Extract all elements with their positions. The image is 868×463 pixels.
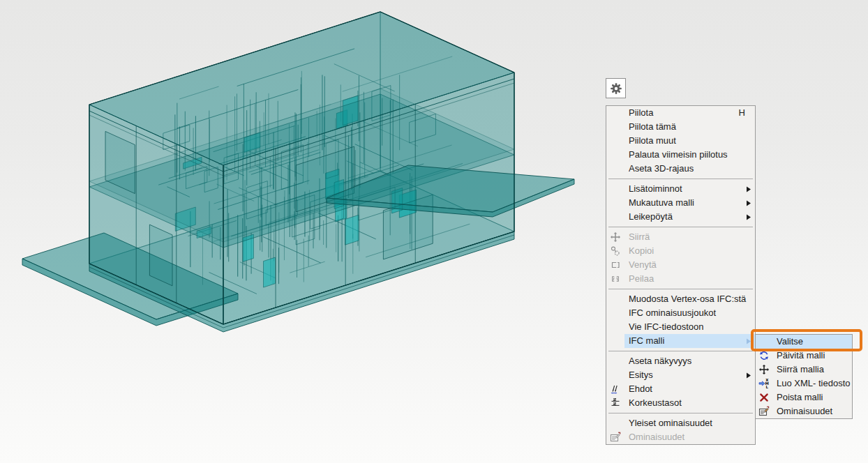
menu-item-ifc-ominaisuusjoukot[interactable]: IFC ominaisuusjoukot — [606, 306, 755, 320]
stretch-icon — [606, 258, 624, 272]
menu-item-muodosta-vertex-osa-ifc-stä[interactable]: Muodosta Vertex-osa IFC:stä — [606, 292, 755, 306]
menu-icon-gutter — [606, 292, 624, 306]
menu-item-korkeustasot[interactable]: Korkeustasot — [606, 396, 755, 410]
menu-item-leikepöytä[interactable]: Leikepöytä — [606, 210, 755, 224]
gear-icon — [610, 82, 622, 95]
delete-icon — [756, 390, 772, 404]
menu-item-ehdot[interactable]: Ehdot — [606, 382, 755, 396]
submenu-arrow-icon — [747, 186, 751, 192]
menu-item-vie-ifc-tiedostoon[interactable]: Vie IFC-tiedostoon — [606, 320, 755, 334]
move-icon — [610, 232, 621, 243]
menu-item-shortcut: H — [739, 106, 755, 120]
menu-item-mukautuva-malli[interactable]: Mukautuva malli — [606, 196, 755, 210]
menu-item-label: Yleiset ominaisuudet — [629, 416, 755, 430]
menu-item-venytä: Venytä — [606, 258, 755, 272]
menu-separator — [606, 410, 755, 416]
menu-item-ifc-malli[interactable]: IFC malli — [606, 334, 755, 348]
menu-item-label: Aseta 3D-rajaus — [629, 162, 755, 176]
menu-item-aseta-3d-rajaus[interactable]: Aseta 3D-rajaus — [606, 162, 755, 176]
menu-item-label: Siirrä mallia — [777, 363, 852, 377]
menu-item-aseta-näkyvyys[interactable]: Aseta näkyvyys — [606, 354, 755, 368]
copy-icon — [610, 245, 621, 257]
menu-item-label: Lisätoiminnot — [629, 182, 747, 196]
conditions-icon — [606, 382, 624, 396]
menu-item-label: Kopioi — [629, 244, 755, 258]
menu-icon-gutter — [606, 334, 624, 348]
menu-item-label: Luo XML- tiedosto — [777, 377, 852, 390]
menu-item-siirrä: Siirrä — [606, 230, 755, 244]
levels-icon — [606, 396, 624, 410]
menu-item-peilaa: Peilaa — [606, 272, 755, 286]
menu-icon-gutter — [606, 196, 624, 210]
menu-icon-gutter — [606, 306, 624, 320]
menu-item-label: Piilota — [629, 106, 739, 120]
menu-icon-gutter — [606, 210, 624, 224]
refresh-icon — [758, 350, 770, 361]
menu-item-label: Venytä — [629, 258, 755, 272]
menu-separator — [606, 286, 755, 292]
xml-icon: X M L — [758, 378, 770, 389]
menu-icon-gutter — [606, 120, 624, 134]
menu-item-piilota-tämä[interactable]: Piilota tämä — [606, 120, 755, 134]
submenu-arrow-icon — [747, 338, 751, 344]
menu-item-esitys[interactable]: Esitys — [606, 368, 755, 382]
context-menu: PiilotaHPiilota tämäPiilota muutPalauta … — [606, 105, 756, 445]
submenu-arrow-icon — [747, 372, 751, 379]
properties-icon — [610, 432, 621, 443]
menu-icon-gutter — [606, 320, 624, 334]
ifc-malli-submenu: Valitse Päivitä malliSiirrä mallia X M L… — [755, 334, 853, 419]
menu-item-yleiset-ominaisuudet[interactable]: Yleiset ominaisuudet — [606, 416, 755, 430]
submenu-item-poista-malli[interactable]: Poista malli — [756, 390, 852, 404]
refresh-icon — [756, 349, 772, 363]
mirror-icon — [606, 272, 624, 286]
conditions-icon — [610, 384, 621, 395]
delete-icon — [758, 392, 770, 403]
menu-item-label: Ominaisuudet — [777, 404, 852, 418]
submenu-item-valitse[interactable]: Valitse — [756, 335, 852, 349]
menu-icon-gutter — [606, 182, 624, 196]
menu-item-palauta-viimeisin-piilotus[interactable]: Palauta viimeisin piilotus — [606, 148, 755, 162]
submenu-arrow — [747, 338, 755, 344]
menu-item-label: Ehdot — [629, 382, 755, 396]
submenu-item-ominaisuudet[interactable]: Ominaisuudet — [756, 404, 852, 418]
menu-item-label: Poista malli — [777, 390, 852, 404]
menu-item-label: Aseta näkyvyys — [629, 354, 755, 368]
menu-item-label: Muodosta Vertex-osa IFC:stä — [629, 292, 755, 306]
menu-item-piilota[interactable]: PiilotaH — [606, 106, 755, 120]
menu-item-lisätoiminnot[interactable]: Lisätoiminnot — [606, 182, 755, 196]
levels-icon — [610, 397, 621, 409]
move-icon — [758, 364, 770, 375]
submenu-arrow — [747, 214, 755, 220]
menu-separator — [606, 224, 755, 230]
menu-item-piilota-muut[interactable]: Piilota muut — [606, 134, 755, 148]
menu-item-label: IFC ominaisuusjoukot — [629, 306, 755, 320]
menu-item-label: IFC malli — [629, 334, 747, 348]
properties-icon — [756, 404, 772, 418]
menu-item-label: Päivitä malli — [777, 349, 852, 363]
menu-item-kopioi: Kopioi — [606, 244, 755, 258]
submenu-item-päivitä-malli[interactable]: Päivitä malli — [756, 349, 852, 363]
submenu-item-luo-xml-tiedosto[interactable]: X M LLuo XML- tiedosto — [756, 377, 852, 390]
copy-icon — [606, 244, 624, 258]
menu-item-label: Piilota tämä — [629, 120, 755, 134]
menu-icon-gutter — [606, 368, 624, 382]
menu-item-label: Esitys — [629, 368, 747, 382]
menu-item-label: Peilaa — [629, 272, 755, 286]
properties-icon — [758, 406, 770, 417]
menu-icon-gutter — [606, 148, 624, 162]
menu-icon-gutter — [606, 354, 624, 368]
submenu-arrow — [747, 200, 755, 206]
submenu-arrow-icon — [747, 200, 751, 206]
stretch-icon — [610, 259, 621, 271]
menu-item-label: Ominaisuudet — [629, 430, 755, 444]
submenu-item-siirrä-mallia[interactable]: Siirrä mallia — [756, 363, 852, 377]
menu-item-label: Palauta viimeisin piilotus — [629, 148, 755, 162]
menu-icon-gutter — [606, 162, 624, 176]
gear-button[interactable] — [606, 78, 626, 98]
menu-separator — [606, 176, 755, 182]
menu-item-label: Korkeustasot — [629, 396, 755, 410]
menu-item-label: Mukautuva malli — [629, 196, 747, 210]
menu-icon-gutter — [606, 134, 624, 148]
menu-icon-gutter — [606, 106, 624, 120]
menu-item-ominaisuudet: Ominaisuudet — [606, 430, 755, 444]
